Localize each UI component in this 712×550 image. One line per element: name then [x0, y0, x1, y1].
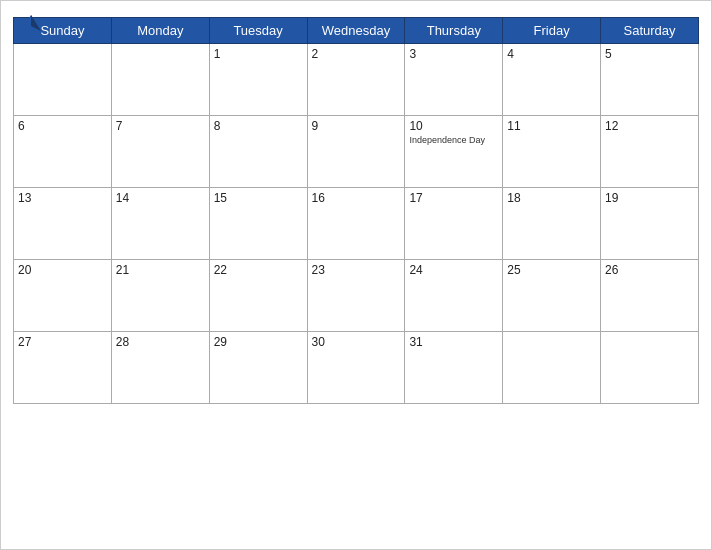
- calendar-cell: 12: [601, 116, 699, 188]
- day-number: 30: [312, 335, 401, 349]
- weekday-header-friday: Friday: [503, 18, 601, 44]
- calendar-cell: 28: [111, 332, 209, 404]
- calendar-cell: 15: [209, 188, 307, 260]
- weekday-header-tuesday: Tuesday: [209, 18, 307, 44]
- calendar-cell: 23: [307, 260, 405, 332]
- calendar-cell: 27: [14, 332, 112, 404]
- calendar-cell: [111, 44, 209, 116]
- day-number: 12: [605, 119, 694, 133]
- calendar-week-row: 2728293031: [14, 332, 699, 404]
- calendar-week-row: 20212223242526: [14, 260, 699, 332]
- calendar-cell: 7: [111, 116, 209, 188]
- day-number: 2: [312, 47, 401, 61]
- calendar-week-row: 678910Independence Day1112: [14, 116, 699, 188]
- calendar-cell: 2: [307, 44, 405, 116]
- event-label: Independence Day: [409, 135, 498, 146]
- logo-icon: [13, 11, 49, 39]
- day-number: 27: [18, 335, 107, 349]
- weekday-header-saturday: Saturday: [601, 18, 699, 44]
- day-number: 9: [312, 119, 401, 133]
- day-number: 1: [214, 47, 303, 61]
- calendar-cell: [14, 44, 112, 116]
- calendar-cell: 5: [601, 44, 699, 116]
- day-number: 3: [409, 47, 498, 61]
- calendar-cell: 3: [405, 44, 503, 116]
- day-number: 28: [116, 335, 205, 349]
- day-number: 22: [214, 263, 303, 277]
- day-number: 8: [214, 119, 303, 133]
- day-number: 13: [18, 191, 107, 205]
- calendar-cell: 20: [14, 260, 112, 332]
- calendar-cell: 8: [209, 116, 307, 188]
- day-number: 25: [507, 263, 596, 277]
- day-number: 17: [409, 191, 498, 205]
- weekday-header-wednesday: Wednesday: [307, 18, 405, 44]
- day-number: 14: [116, 191, 205, 205]
- calendar-week-row: 13141516171819: [14, 188, 699, 260]
- calendar-cell: 18: [503, 188, 601, 260]
- calendar-cell: 31: [405, 332, 503, 404]
- calendar-cell: 30: [307, 332, 405, 404]
- day-number: 31: [409, 335, 498, 349]
- svg-marker-1: [31, 15, 41, 31]
- day-number: 29: [214, 335, 303, 349]
- calendar-cell: 22: [209, 260, 307, 332]
- weekday-header-monday: Monday: [111, 18, 209, 44]
- day-number: 5: [605, 47, 694, 61]
- calendar-cell: 11: [503, 116, 601, 188]
- day-number: 18: [507, 191, 596, 205]
- calendar-week-row: 12345: [14, 44, 699, 116]
- calendar-cell: 13: [14, 188, 112, 260]
- day-number: 4: [507, 47, 596, 61]
- calendar-cell: 6: [14, 116, 112, 188]
- calendar-cell: 4: [503, 44, 601, 116]
- weekday-header-row: SundayMondayTuesdayWednesdayThursdayFrid…: [14, 18, 699, 44]
- calendar-table: SundayMondayTuesdayWednesdayThursdayFrid…: [13, 17, 699, 404]
- calendar-cell: 14: [111, 188, 209, 260]
- calendar-cell: 9: [307, 116, 405, 188]
- day-number: 7: [116, 119, 205, 133]
- day-number: 16: [312, 191, 401, 205]
- day-number: 21: [116, 263, 205, 277]
- calendar-cell: 17: [405, 188, 503, 260]
- day-number: 6: [18, 119, 107, 133]
- day-number: 15: [214, 191, 303, 205]
- calendar-cell: 21: [111, 260, 209, 332]
- calendar-cell: [503, 332, 601, 404]
- day-number: 19: [605, 191, 694, 205]
- calendar-cell: 19: [601, 188, 699, 260]
- calendar-cell: 25: [503, 260, 601, 332]
- calendar-wrapper: SundayMondayTuesdayWednesdayThursdayFrid…: [0, 0, 712, 550]
- day-number: 23: [312, 263, 401, 277]
- calendar-cell: 26: [601, 260, 699, 332]
- day-number: 11: [507, 119, 596, 133]
- calendar-cell: [601, 332, 699, 404]
- calendar-cell: 24: [405, 260, 503, 332]
- calendar-cell: 29: [209, 332, 307, 404]
- calendar-cell: 16: [307, 188, 405, 260]
- day-number: 10: [409, 119, 498, 133]
- logo-area: [13, 11, 51, 39]
- day-number: 20: [18, 263, 107, 277]
- day-number: 26: [605, 263, 694, 277]
- day-number: 24: [409, 263, 498, 277]
- weekday-header-thursday: Thursday: [405, 18, 503, 44]
- calendar-cell: 1: [209, 44, 307, 116]
- calendar-cell: 10Independence Day: [405, 116, 503, 188]
